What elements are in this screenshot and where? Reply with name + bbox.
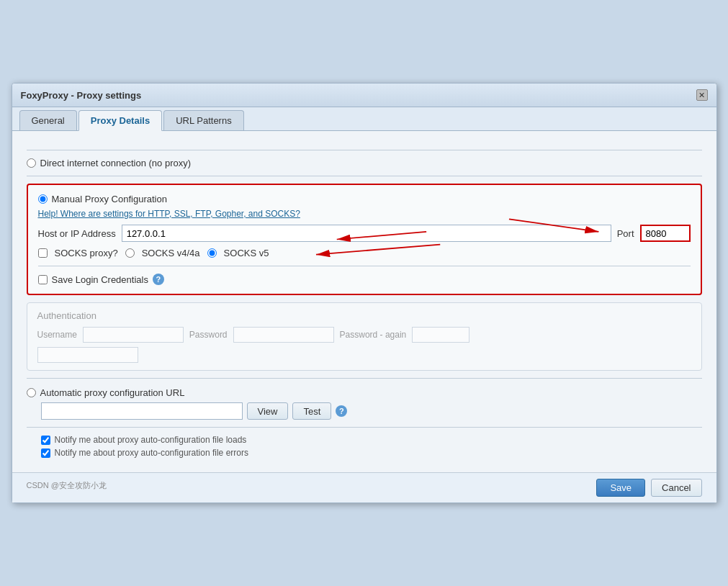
test-button[interactable]: Test	[292, 402, 331, 420]
auth-title: Authentication	[37, 310, 691, 321]
socks-v4-radio[interactable]	[125, 248, 135, 258]
save-button[interactable]: Save	[596, 479, 645, 497]
help-link[interactable]: Help! Where are settings for HTTP, SSL, …	[38, 209, 691, 219]
divider-top	[27, 150, 702, 150]
direct-connection-radio[interactable]	[27, 158, 36, 168]
auto-proxy-label: Automatic proxy configuration URL	[40, 387, 185, 398]
tab-url-patterns[interactable]: URL Patterns	[163, 110, 244, 130]
direct-connection-row: Direct internet connection (no proxy)	[27, 158, 702, 168]
cancel-button[interactable]: Cancel	[651, 479, 701, 497]
dialog-content: Direct internet connection (no proxy) Ma…	[12, 131, 716, 472]
socks-v5-label: SOCKS v5	[224, 248, 269, 258]
divider-3	[27, 378, 702, 379]
socks-v5-radio[interactable]	[207, 248, 217, 258]
auth-section: Authentication Username Password Passwor…	[27, 302, 702, 371]
tabs-bar: General Proxy Details URL Patterns	[12, 107, 716, 131]
notify-row-2: Notify me about proxy auto-configuration…	[41, 448, 702, 458]
tab-general[interactable]: General	[19, 110, 77, 130]
auto-proxy-input-row: View Test ?	[41, 402, 702, 420]
password-input[interactable]	[233, 327, 334, 343]
host-port-row: Host or IP Address Port	[38, 225, 691, 242]
view-button[interactable]: View	[247, 402, 289, 420]
manual-proxy-label: Manual Proxy Configuration	[52, 194, 167, 204]
divider-1	[27, 176, 702, 176]
titlebar: FoxyProxy - Proxy settings ✕	[12, 84, 716, 107]
password-again-input[interactable]	[412, 327, 469, 343]
port-input[interactable]	[640, 225, 691, 242]
save-login-row: Save Login Credentials ?	[38, 274, 691, 285]
save-login-checkbox[interactable]	[38, 275, 48, 284]
host-label: Host or IP Address	[38, 228, 116, 239]
divider-4	[27, 427, 702, 428]
manual-proxy-radio[interactable]	[38, 194, 48, 204]
auth-row: Username Password Password - again	[37, 327, 691, 343]
manual-proxy-header: Manual Proxy Configuration	[38, 194, 691, 204]
socks-v4-label: SOCKS v4/4a	[142, 248, 200, 258]
dialog-title: FoxyProxy - Proxy settings	[21, 90, 142, 101]
auto-proxy-help-icon[interactable]: ?	[336, 405, 347, 417]
password-label: Password	[189, 330, 228, 340]
notify2-checkbox[interactable]	[41, 448, 50, 458]
notify-row-1: Notify me about proxy auto-configuration…	[41, 435, 702, 445]
username-input[interactable]	[83, 327, 184, 343]
auto-proxy-radio[interactable]	[27, 388, 36, 397]
close-button[interactable]: ✕	[696, 89, 708, 101]
socks-row: SOCKS proxy? SOCKS v4/4a SOCKS v5	[38, 248, 691, 258]
notify1-checkbox[interactable]	[41, 436, 50, 445]
notify-section: Notify me about proxy auto-configuration…	[41, 435, 702, 458]
username-label: Username	[37, 330, 77, 340]
auth-extra-input[interactable]	[37, 347, 138, 363]
socks-proxy-checkbox[interactable]	[38, 248, 48, 258]
host-input[interactable]	[122, 225, 611, 242]
auto-proxy-url-input[interactable]	[41, 402, 243, 420]
manual-proxy-box: Manual Proxy Configuration Help! Where a…	[27, 184, 702, 295]
notify1-label: Notify me about proxy auto-configuration…	[55, 435, 247, 445]
save-login-help-icon[interactable]: ?	[153, 274, 164, 285]
socks-proxy-label: SOCKS proxy?	[55, 248, 118, 258]
port-label: Port	[617, 228, 634, 239]
divider-2	[38, 266, 691, 266]
save-login-label: Save Login Credentials	[52, 274, 148, 285]
dialog: FoxyProxy - Proxy settings ✕ General Pro…	[12, 83, 717, 503]
password-again-label: Password - again	[340, 330, 407, 340]
notify2-label: Notify me about proxy auto-configuration…	[55, 448, 248, 458]
tab-proxy-details[interactable]: Proxy Details	[78, 110, 162, 131]
watermark: CSDN @安全攻防小龙	[27, 480, 121, 495]
auto-proxy-row: Automatic proxy configuration URL	[27, 387, 702, 398]
direct-connection-label: Direct internet connection (no proxy)	[40, 158, 192, 168]
manual-proxy-container: Manual Proxy Configuration Help! Where a…	[27, 184, 702, 295]
